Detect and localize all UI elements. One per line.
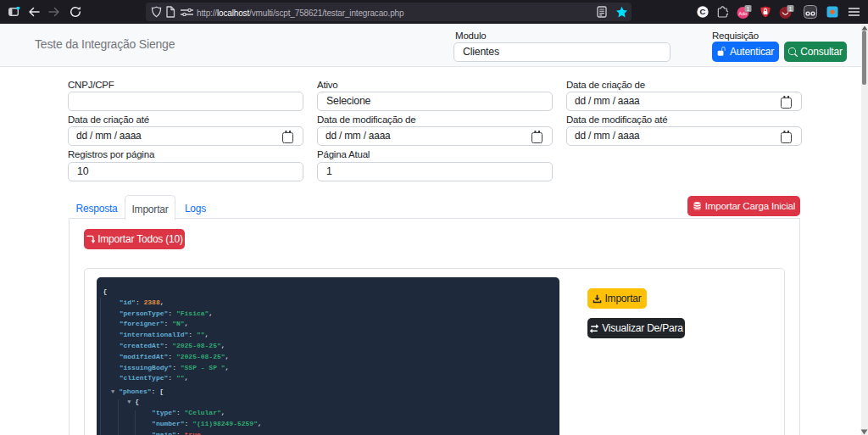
svg-text:1: 1 <box>789 6 793 12</box>
svg-text:C: C <box>700 7 706 16</box>
svg-text:1: 1 <box>747 6 750 12</box>
